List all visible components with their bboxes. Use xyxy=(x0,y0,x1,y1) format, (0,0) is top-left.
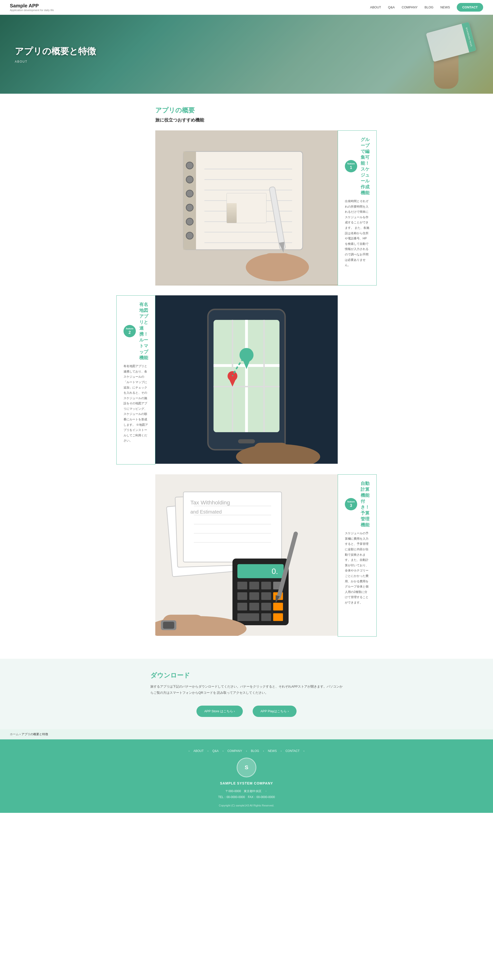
download-section: ダウンロード 旅するアプリは下記のバナーからダウンロードしてください。バナーをク… xyxy=(0,659,493,729)
footer-dot: • xyxy=(208,750,208,752)
feature-desc-1: 出発時間とそれぞれの所要時間を入れるだけで簡単にスケジュールを作成することができ… xyxy=(345,199,369,268)
main-nav: ABOUT Q&A COMPANY BLOG NEWS CONTACT xyxy=(370,3,483,11)
footer: • ABOUT • Q&A • COMPANY • BLOG • NEWS • … xyxy=(0,740,493,813)
feature-badge-wrap-2: feature 2 有名地図アプリと連携！ルートマップ機能 xyxy=(124,302,148,361)
svg-rect-63 xyxy=(261,613,271,621)
hero-visual: BOARDING PASS xyxy=(404,20,478,89)
contact-button[interactable]: CONTACT xyxy=(457,3,483,11)
feature-card-1: feature 1 グループで編集可能！スケジュール作成機能 出発時間とそれぞれ… xyxy=(338,130,377,285)
svg-point-4 xyxy=(186,176,193,183)
footer-nav-qa[interactable]: Q&A xyxy=(213,749,219,752)
footer-address-line: 〒000-0000 東京都中央区 ・ xyxy=(5,788,488,794)
feature-image-2 xyxy=(155,295,338,465)
svg-rect-56 xyxy=(261,592,271,600)
boarding-pass-decoration: BOARDING PASS xyxy=(426,22,477,62)
footer-dot: • xyxy=(281,750,282,752)
footer-nav-news[interactable]: NEWS xyxy=(268,749,277,752)
badge-label-3: feature xyxy=(347,501,355,503)
app-store-button[interactable]: APP Store はこちら › xyxy=(196,706,243,717)
breadcrumb-home[interactable]: ホーム xyxy=(10,732,19,736)
svg-rect-54 xyxy=(237,592,247,600)
map-svg xyxy=(155,295,338,464)
footer-nav-blog[interactable]: BLOG xyxy=(251,749,259,752)
feature-card-3: feature 3 自動計算機能付き！予算管理機能 スケジュールの予算欄に費用を… xyxy=(338,474,377,636)
svg-rect-70 xyxy=(163,622,174,629)
hero-content: アプリの概要と特徴 ABOUT xyxy=(0,35,111,73)
download-inner: ダウンロード 旅するアプリは下記のバナーからダウンロードしてください。バナーをク… xyxy=(150,671,343,717)
feature-badge-3: feature 3 xyxy=(345,498,357,510)
breadcrumb: ホーム › アプリの概要と特徴 xyxy=(0,729,493,740)
nav-company[interactable]: COMPANY xyxy=(402,5,418,9)
about-section-subtitle: 旅に役立つおすすめ機能 xyxy=(155,117,338,123)
footer-dot: • xyxy=(263,750,264,752)
nav-blog[interactable]: BLOG xyxy=(425,5,433,9)
hero-label: ABOUT xyxy=(15,60,96,64)
header: Sample APP Application development for d… xyxy=(0,0,493,15)
hero-section: アプリの概要と特徴 ABOUT BOARDING PASS xyxy=(0,15,493,94)
footer-dot: • xyxy=(189,750,189,752)
logo-subtitle: Application development for daily life xyxy=(10,9,54,11)
breadcrumb-current: アプリの概要と特徴 xyxy=(21,732,48,736)
svg-rect-60 xyxy=(261,603,271,611)
svg-text:and Estimated: and Estimated xyxy=(190,509,222,515)
svg-rect-59 xyxy=(249,603,259,611)
feature-block-1: feature 1 グループで編集可能！スケジュール作成機能 出発時間とそれぞれ… xyxy=(155,130,338,285)
boarding-pass-stripe: BOARDING PASS xyxy=(461,22,476,52)
logo-title: Sample APP xyxy=(10,3,54,9)
svg-rect-33 xyxy=(238,439,255,444)
download-title: ダウンロード xyxy=(150,671,343,680)
google-play-button[interactable]: APP Playはこちら › xyxy=(253,706,297,717)
svg-text:0.: 0. xyxy=(272,567,278,576)
footer-logo: S xyxy=(237,757,256,777)
feature-name-2: 有名地図アプリと連携！ルートマップ機能 xyxy=(139,302,148,361)
feature-name-1: グループで編集可能！スケジュール作成機能 xyxy=(361,137,369,196)
footer-dot: • xyxy=(223,750,224,752)
planner-svg xyxy=(155,130,338,285)
nav-news[interactable]: NEWS xyxy=(440,5,450,9)
nav-about[interactable]: ABOUT xyxy=(370,5,381,9)
feature-card-2: feature 2 有名地図アプリと連携！ルートマップ機能 有名地図アプリと連携… xyxy=(116,295,155,465)
svg-rect-52 xyxy=(261,582,271,589)
nav-qa[interactable]: Q&A xyxy=(388,5,394,9)
breadcrumb-separator: › xyxy=(19,732,21,736)
footer-nav: • ABOUT • Q&A • COMPANY • BLOG • NEWS • … xyxy=(5,749,488,752)
app-store-label: APP Store はこちら › xyxy=(204,709,235,713)
footer-nav-contact[interactable]: CONTACT xyxy=(285,749,299,752)
main-content: アプリの概要 旅に役立つおすすめ機能 xyxy=(150,94,343,659)
feature-desc-2: 有名地図アプリと連携しており、各スケジュールの「ルートマップに追加」にチェックを… xyxy=(124,364,148,444)
svg-point-8 xyxy=(186,232,193,239)
svg-rect-20 xyxy=(264,253,291,271)
footer-tel-fax: TEL：00-0000-0000 FAX：00-0000-0000 xyxy=(5,794,488,800)
about-section-title: アプリの概要 xyxy=(155,106,338,115)
feature-desc-3: スケジュールの予算欄に費用を入力すると、予算管理に金額と内容が自動で反映されます… xyxy=(345,531,369,605)
download-buttons: APP Store はこちら › APP Playはこちら › xyxy=(150,706,343,717)
footer-address: 〒000-0000 東京都中央区 ・ TEL：00-0000-0000 FAX：… xyxy=(5,788,488,800)
download-desc: 旅するアプリは下記のバナーからダウンロードしてください。バナーをクリックすると、… xyxy=(150,684,343,696)
feature-badge-2: feature 2 xyxy=(124,325,136,337)
svg-rect-62 xyxy=(237,613,259,621)
badge-num-2: 2 xyxy=(129,330,131,335)
google-play-label: APP Playはこちら › xyxy=(261,709,289,713)
svg-rect-35 xyxy=(253,443,288,463)
feature-image-3: Tax Withholding and Estimated 0. xyxy=(155,474,338,636)
svg-rect-61 xyxy=(273,603,283,611)
feature-block-3: Tax Withholding and Estimated 0. xyxy=(155,474,338,636)
feature-block-2: feature 2 有名地図アプリと連携！ルートマップ機能 有名地図アプリと連携… xyxy=(155,295,338,465)
svg-rect-64 xyxy=(273,613,283,621)
svg-point-3 xyxy=(186,162,193,169)
feature-image-1 xyxy=(155,130,338,285)
footer-dot: • xyxy=(304,750,304,752)
badge-num-1: 1 xyxy=(350,165,352,170)
feature-badge-1: feature 1 xyxy=(345,160,357,172)
svg-rect-58 xyxy=(237,603,247,611)
footer-dot: • xyxy=(246,750,247,752)
badge-label-2: feature xyxy=(126,328,134,330)
badge-label-1: feature xyxy=(347,162,355,165)
badge-num-3: 3 xyxy=(350,503,352,508)
svg-point-7 xyxy=(186,218,193,225)
finance-svg: Tax Withholding and Estimated 0. xyxy=(155,474,338,636)
logo: Sample APP Application development for d… xyxy=(10,3,54,11)
feature-name-3: 自動計算機能付き！予算管理機能 xyxy=(361,480,369,528)
footer-nav-about[interactable]: ABOUT xyxy=(194,749,204,752)
footer-nav-company[interactable]: COMPANY xyxy=(227,749,242,752)
